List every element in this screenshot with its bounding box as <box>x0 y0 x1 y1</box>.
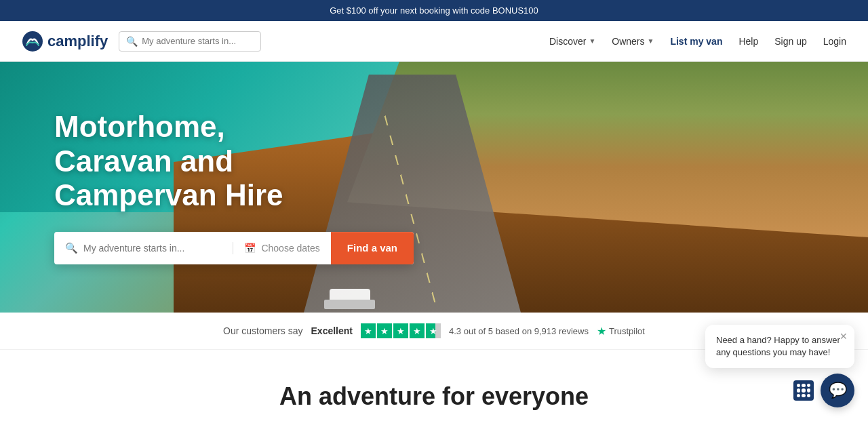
discover-chevron-icon: ▼ <box>589 37 595 45</box>
grid-dot-3 <box>807 384 810 387</box>
hero-title-line3: Campervan Hire <box>54 178 283 212</box>
star-2: ★ <box>377 323 392 338</box>
nav-owners-label: Owners <box>612 36 644 47</box>
owners-chevron-icon: ▼ <box>648 37 654 45</box>
trustpilot-logo[interactable]: ★ Trustpilot <box>597 325 645 338</box>
nav-login[interactable]: Login <box>823 36 846 47</box>
grid-dot-1 <box>797 384 800 387</box>
nav-search-icon: 🔍 <box>126 36 138 47</box>
grid-dot-9 <box>807 394 810 397</box>
find-van-button[interactable]: Find a van <box>331 232 414 264</box>
trustpilot-excellent: Excellent <box>311 325 353 336</box>
chat-grid-icon[interactable] <box>793 380 814 401</box>
hero-section: Motorhome, Caravan and Campervan Hire 🔍 … <box>0 62 868 313</box>
grid-dot-6 <box>807 388 810 392</box>
hero-title-line2: Caravan and <box>54 144 233 178</box>
promo-banner: Get $100 off your next booking with code… <box>0 0 868 21</box>
trustpilot-prefix: Our customers say <box>223 325 302 336</box>
search-dates-label: Choose dates <box>261 243 319 254</box>
logo-text: camplify <box>47 33 108 50</box>
nav-help-label: Help <box>738 36 758 47</box>
nav-signup-label: Sign up <box>774 36 806 47</box>
nav-owners[interactable]: Owners ▼ <box>612 36 654 47</box>
nav-login-label: Login <box>823 36 846 47</box>
trustpilot-logo-text: Trustpilot <box>609 326 645 336</box>
svg-point-0 <box>22 31 43 52</box>
hero-van <box>330 289 370 309</box>
chat-bottom-row: 💬 <box>793 374 854 407</box>
nav-discover-label: Discover <box>549 36 586 47</box>
chat-open-button[interactable]: 💬 <box>821 374 854 407</box>
find-van-label: Find a van <box>347 242 397 254</box>
navbar: camplify 🔍 Discover ▼ Owners ▼ List my v… <box>0 21 868 62</box>
search-dates-area[interactable]: 📅 Choose dates <box>233 243 330 254</box>
chat-widget: ✕ Need a hand? Happy to answer any quest… <box>705 325 854 407</box>
hero-title: Motorhome, Caravan and Campervan Hire <box>54 110 414 213</box>
star-3: ★ <box>393 323 408 338</box>
nav-search-box[interactable]: 🔍 <box>119 31 261 52</box>
nav-discover[interactable]: Discover ▼ <box>549 36 595 47</box>
hero-content: Motorhome, Caravan and Campervan Hire 🔍 … <box>54 110 414 264</box>
nav-search-input[interactable] <box>142 36 254 46</box>
hero-search-bar: 🔍 📅 Choose dates Find a van <box>54 232 414 264</box>
logo-link[interactable]: camplify <box>22 31 108 52</box>
promo-text: Get $100 off your next booking with code… <box>330 5 538 16</box>
search-location-icon: 🔍 <box>65 242 78 254</box>
nav-help[interactable]: Help <box>738 36 758 47</box>
search-location-input[interactable] <box>83 243 222 254</box>
grid-dot-4 <box>797 388 800 392</box>
grid-dot-2 <box>802 384 805 387</box>
grid-dot-8 <box>802 394 805 397</box>
grid-dot-5 <box>802 388 805 392</box>
trustpilot-stars: ★ ★ ★ ★ ★ <box>361 323 441 338</box>
nav-right: Discover ▼ Owners ▼ List my van Help Sig… <box>549 36 846 47</box>
trustpilot-logo-star: ★ <box>597 325 606 338</box>
chat-bubble: ✕ Need a hand? Happy to answer any quest… <box>705 325 854 368</box>
star-5-half: ★ <box>426 323 441 338</box>
nav-signup[interactable]: Sign up <box>774 36 806 47</box>
chat-close-icon[interactable]: ✕ <box>840 330 848 344</box>
star-1: ★ <box>361 323 376 338</box>
grid-dot-7 <box>797 394 800 397</box>
star-4: ★ <box>410 323 425 338</box>
nav-list-van-label: List my van <box>670 36 722 47</box>
hero-title-line1: Motorhome, <box>54 110 225 143</box>
trustpilot-rating: 4.3 out of 5 based on 9,913 reviews <box>449 326 589 336</box>
chat-bubble-text: Need a hand? Happy to answer any questio… <box>716 335 840 357</box>
search-location-area[interactable]: 🔍 <box>54 242 233 254</box>
chat-avatar-icon: 💬 <box>829 382 847 399</box>
calendar-icon: 📅 <box>244 243 256 254</box>
nav-list-van[interactable]: List my van <box>670 36 722 47</box>
logo-icon <box>22 31 43 52</box>
